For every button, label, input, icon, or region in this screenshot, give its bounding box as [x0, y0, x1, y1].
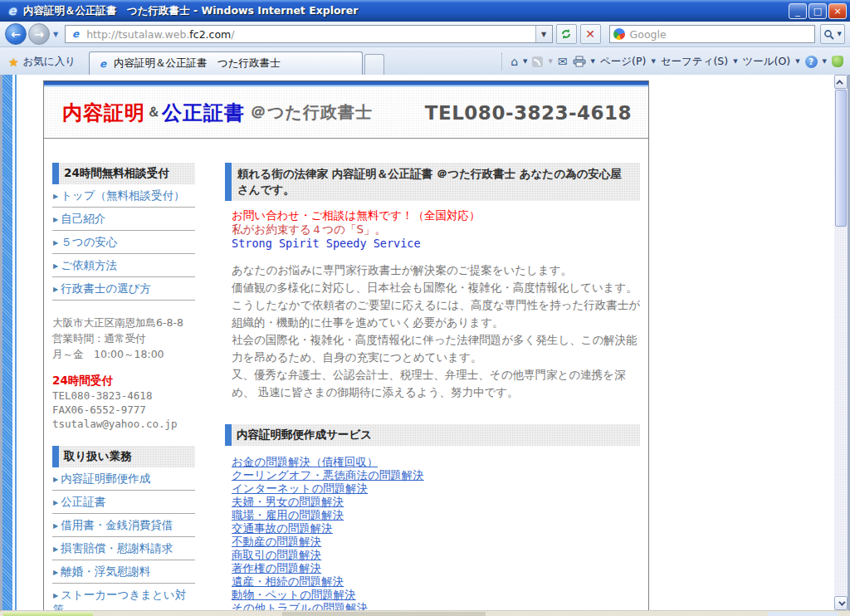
help-button[interactable]: ? — [805, 56, 818, 68]
service-link[interactable]: 交通事故の問題解決 — [232, 521, 640, 535]
service-link[interactable]: インターネットの問題解決 — [232, 482, 640, 495]
contact-24h-label: 24時間受付 — [52, 374, 195, 389]
sidebar-menu-1: ▶トップ（無料相談受付）▶自己紹介▶５つの安心▶ご依頼方法▶行政書士の選び方 — [52, 184, 195, 301]
page-menu[interactable]: ページ(P) — [600, 55, 646, 69]
sidebar-menu-item[interactable]: ▶トップ（無料相談受付） — [52, 184, 195, 208]
search-options-dropdown[interactable]: ▼ — [838, 31, 842, 37]
scroll-down-button[interactable] — [834, 596, 848, 610]
search-input[interactable]: Google — [609, 25, 815, 43]
print-button[interactable] — [573, 56, 586, 67]
sidebar-menu-label: 行政書士の選び方 — [61, 281, 151, 295]
service-section-title: 内容証明郵便作成サービス — [237, 428, 372, 442]
section-accent-bar — [52, 446, 59, 467]
service-link[interactable]: その他トラブルの問題解決 — [232, 601, 640, 610]
close-button[interactable]: × — [828, 3, 847, 19]
help-dropdown[interactable]: ▼ — [823, 58, 827, 65]
feeds-dropdown[interactable]: ▼ — [548, 58, 552, 65]
address-line: 月～金 10:00～18:00 — [52, 346, 195, 362]
tools-menu-dropdown[interactable]: ▼ — [795, 58, 799, 65]
sidebar-menu-item[interactable]: ▶自己紹介 — [52, 208, 195, 231]
status-segment — [282, 612, 486, 616]
section-accent-bar — [225, 163, 232, 201]
favorites-button[interactable]: ★ お気に入り — [0, 55, 84, 75]
favorites-label: お気に入り — [23, 55, 76, 69]
nav-history-dropdown[interactable]: ▼ — [53, 31, 58, 38]
feeds-icon[interactable] — [532, 56, 543, 67]
address-bar: ← → ▼ e http://tsutalaw.web.fc2.com/ ▼ ✕… — [0, 22, 850, 47]
sidebar-menu-item[interactable]: ▶離婚・浮気慰謝料 — [52, 560, 195, 584]
site-title-amp: ＆ — [147, 104, 160, 121]
tab-active[interactable]: e 内容証明＆公正証書 つた行政書士 — [89, 51, 363, 75]
paragraph: 又、優秀な弁護士、公認会計士、税理士、弁理士、その他専門家との連携を深め、 迅速… — [232, 366, 640, 401]
page-left-blue-strip — [2, 75, 12, 610]
page-favicon: e — [69, 28, 82, 40]
url-suffix: / — [231, 28, 234, 41]
printer-icon — [573, 56, 586, 67]
minimize-button[interactable]: _ — [789, 3, 807, 19]
sidebar-menu-label: 離婚・浮気慰謝料 — [61, 565, 150, 578]
scroll-up-button[interactable] — [834, 75, 848, 89]
sidebar-menu-label: ５つの安心 — [61, 235, 117, 248]
service-link[interactable]: 動物・ペットの問題解決 — [232, 588, 640, 601]
sidebar-menu-label: 公正証書 — [61, 495, 105, 508]
print-dropdown[interactable]: ▼ — [591, 58, 595, 65]
arrow-bullet-icon: ▶ — [53, 216, 58, 223]
sidebar-menu-item[interactable]: ▶借用書・金銭消費貸借 — [52, 514, 195, 537]
browser-window: e 内容証明＆公正証書 つた行政書士 - Windows Internet Ex… — [0, 0, 850, 616]
site-header: 内容証明 ＆ 公正証書 ＠つた行政書士 TEL080-3823-4618 — [44, 87, 648, 139]
office-address: 大阪市大正区南恩加島6-8-8営業時間：通常受付月～金 10:00～18:00 — [52, 315, 195, 362]
service-link[interactable]: クーリングオフ・悪徳商法の問題解決 — [232, 468, 640, 482]
service-link[interactable]: 遺産・相続の問題解決 — [232, 574, 640, 588]
tools-menu[interactable]: ツール(O) — [743, 55, 791, 69]
sidebar-menu-item[interactable]: ▶内容証明郵便作成 — [52, 467, 195, 491]
safety-menu[interactable]: セーフティ(S) — [661, 55, 728, 69]
service-link[interactable]: 職場・雇用の問題解決 — [232, 508, 640, 521]
title-bar: e 内容証明＆公正証書 つた行政書士 - Windows Internet Ex… — [0, 0, 850, 22]
sidebar-menu-item[interactable]: ▶ストーカーつきまとい対策 — [52, 584, 195, 610]
search-button[interactable]: ▼ — [820, 24, 845, 44]
chevron-up-icon — [836, 80, 843, 86]
home-dropdown[interactable]: ▼ — [523, 58, 527, 65]
site-title-red: 内容証明 — [62, 100, 145, 126]
tab-bar: ★ お気に入り e 内容証明＆公正証書 つた行政書士 ⌂ ▼ ▼ ✉ ▼ ページ… — [0, 47, 850, 75]
header-top-gradient — [44, 81, 648, 87]
home-button[interactable]: ⌂ — [510, 55, 518, 68]
scrollbar-thumb[interactable] — [835, 90, 847, 227]
service-link[interactable]: 夫婦・男女の問題解決 — [232, 495, 640, 508]
url-dropdown-button[interactable]: ▼ — [535, 26, 552, 42]
service-link[interactable]: 著作権の問題解決 — [232, 561, 640, 574]
address-line: 営業時間：通常受付 — [52, 330, 195, 346]
url-prefix: http://tsutalaw.web. — [86, 28, 189, 41]
service-link[interactable]: お金の問題解決（債権回収） — [232, 455, 640, 468]
page-menu-dropdown[interactable]: ▼ — [651, 58, 655, 65]
maximize-button[interactable]: □ — [808, 3, 827, 19]
sidebar-menu-item[interactable]: ▶公正証書 — [52, 491, 195, 514]
sidebar-menu-item[interactable]: ▶５つの安心 — [52, 231, 195, 254]
sidebar-menu-item[interactable]: ▶損害賠償・慰謝料請求 — [52, 537, 195, 560]
refresh-button[interactable] — [556, 24, 577, 44]
sidebar-menu-item[interactable]: ▶ご依頼方法 — [52, 254, 195, 277]
page-left-blue-line — [15, 75, 17, 610]
vertical-scrollbar[interactable] — [834, 75, 848, 610]
paragraph: 社会の国際化・複雑化・高度情報化に伴った法律問題が多く発生し、この解決能力を昂め… — [232, 331, 640, 366]
messenger-icon[interactable] — [832, 56, 843, 67]
new-tab-button[interactable] — [364, 54, 384, 75]
stop-button[interactable]: ✕ — [580, 24, 601, 44]
slogan-line: Strong Spirit Speedy Service — [232, 237, 640, 251]
read-mail-button[interactable]: ✉ — [558, 55, 568, 68]
intro-paragraphs: あなたのお悩みに専門家行政書士が解決案のご提案をいたします。価値観の多様化に対応… — [232, 262, 640, 401]
forward-button[interactable]: → — [28, 23, 50, 45]
url-field[interactable]: e http://tsutalaw.web.fc2.com/ ▼ — [65, 25, 552, 43]
tab-title: 内容証明＆公正証書 つた行政書士 — [114, 56, 281, 71]
sidebar-menu-label: 自己紹介 — [61, 212, 105, 225]
safety-menu-dropdown[interactable]: ▼ — [733, 58, 737, 65]
service-link[interactable]: 不動産の問題解決 — [232, 535, 640, 548]
back-button[interactable]: ← — [5, 23, 27, 45]
section-accent-bar — [225, 424, 232, 446]
web-page: 内容証明 ＆ 公正証書 ＠つた行政書士 TEL080-3823-4618 24時… — [2, 75, 834, 610]
sidebar-menu-item[interactable]: ▶行政書士の選び方 — [52, 277, 195, 301]
service-link[interactable]: 商取引の問題解決 — [232, 548, 640, 561]
arrow-bullet-icon: ▶ — [53, 476, 58, 483]
paragraph: 価値観の多様化に対応し、日本社会も国際化・複雑化・高度情報化しています。 — [232, 279, 640, 296]
free-consultation-line: お問い合わせ・ご相談は無料です！（全国対応） — [232, 208, 640, 222]
